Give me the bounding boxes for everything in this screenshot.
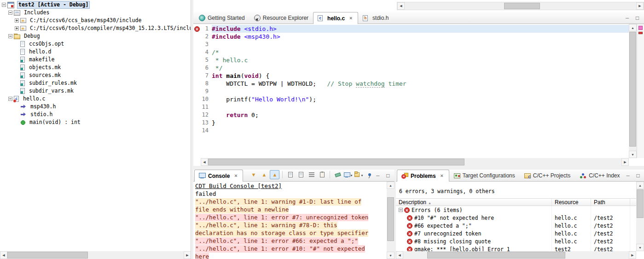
code-line-7[interactable]: 7int main(void) { — [193, 72, 629, 80]
close-tab-button[interactable] — [439, 173, 445, 179]
code-line-10[interactable]: 10 printf("Hello World!\n"); — [193, 95, 629, 103]
scrollbar-track[interactable] — [629, 31, 637, 151]
scrollbar-track[interactable] — [387, 189, 395, 252]
editor-tab-hello-c[interactable]: hello.c — [313, 12, 358, 24]
scrollbar-track[interactable] — [208, 158, 621, 166]
expander-plus-icon[interactable] — [15, 26, 19, 30]
scroll-down-button[interactable] — [629, 151, 637, 158]
tree-item-main-void-int[interactable]: main(void) : int — [0, 118, 191, 126]
editor-hscrollbar[interactable] — [201, 158, 629, 166]
problems-row[interactable]: gmake: *** [hello.obj] Error 1test2/test… — [396, 245, 636, 251]
tree-item-ccsobjs-opt[interactable]: ccsObjs.opt — [0, 40, 191, 48]
save-console-output-button[interactable] — [296, 170, 306, 179]
annotation-mark-icon[interactable] — [638, 26, 643, 30]
column-header-description[interactable]: Description — [396, 199, 552, 206]
scroll-right-button[interactable] — [629, 251, 636, 259]
problems-row[interactable]: #8 missing closing quotehello.c/test2 — [396, 237, 636, 245]
scroll-left-button[interactable] — [397, 2, 405, 10]
show-error-in-editor-button[interactable] — [270, 170, 279, 179]
problems-group-row[interactable]: Errors (6 items) — [396, 206, 636, 214]
scroll-left-button[interactable] — [201, 158, 208, 166]
code-line-9[interactable]: 9 — [193, 88, 629, 95]
problems-row[interactable]: #66 expected a ";"hello.c/test2 — [396, 222, 636, 230]
code-line-11[interactable]: 11 — [193, 103, 629, 111]
error-mark-icon[interactable] — [638, 32, 643, 34]
console-output[interactable]: CDT Build Console [test2] failed"../hell… — [193, 182, 395, 259]
problems-vscrollbar[interactable] — [636, 182, 644, 251]
previous-error-button[interactable] — [259, 170, 269, 179]
toolbar-overflow-scrollbar[interactable] — [397, 2, 644, 10]
tree-item-c-ti-ccsv6-ccs-base-msp430-include[interactable]: C:/ti/ccsv6/ccs_base/msp430/include — [0, 17, 191, 24]
tree-item-c-ti-ccsv6-tools-compiler-msp430-15-12-3-lts-include[interactable]: C:/ti/ccsv6/tools/compiler/msp430_15.12.… — [0, 24, 191, 32]
tree-item-hello-d[interactable]: hello.d — [0, 48, 191, 56]
clear-console-button[interactable] — [333, 170, 342, 179]
column-header-path[interactable]: Path — [591, 199, 630, 206]
editor-vscrollbar[interactable] — [629, 24, 637, 158]
code-line-12[interactable]: 12 return 0; — [193, 111, 629, 119]
code-line-5[interactable]: 5 * hello.c — [193, 56, 629, 64]
expander-minus-icon[interactable] — [8, 11, 12, 15]
scrollbar-thumb[interactable] — [208, 159, 464, 165]
scroll-right-button[interactable] — [636, 2, 644, 10]
tree-item-makefile[interactable]: makefile — [0, 56, 191, 64]
minimize-editor-button[interactable] — [624, 15, 631, 21]
word-wrap-button[interactable] — [307, 170, 316, 179]
problems-hscrollbar[interactable] — [396, 251, 636, 259]
view-tab-c-c-index[interactable]: C/C++ Index — [575, 170, 624, 181]
maximize-editor-button[interactable] — [634, 15, 641, 21]
tree-item-sources-mk[interactable]: sources.mk — [0, 71, 191, 79]
code-line-8[interactable]: 8 WDTCTL = WDTPW | WDTHOLD; // Stop watc… — [193, 80, 629, 88]
expander-minus-icon[interactable] — [2, 3, 6, 7]
tree-item-stdio-h[interactable]: stdio.h — [0, 111, 191, 118]
code-line-3[interactable]: 3 — [193, 41, 629, 48]
tree-item-debug[interactable]: Debug — [0, 32, 191, 40]
project-explorer-hscrollbar[interactable] — [0, 251, 191, 259]
editor-tab-resource-explorer[interactable]: Resource Explorer — [249, 12, 313, 24]
expander-minus-icon[interactable] — [8, 34, 12, 38]
export-build-log-button[interactable] — [285, 170, 295, 179]
scrollbar-track[interactable] — [7, 251, 184, 259]
open-console-button[interactable] — [354, 170, 364, 179]
editor-tab-getting-started[interactable]: Getting Started — [194, 12, 249, 24]
scrollbar-thumb[interactable] — [504, 3, 540, 9]
close-tab-button[interactable] — [348, 16, 354, 21]
code-line-13[interactable]: 13} — [193, 119, 629, 127]
code-lines[interactable]: 1#include <stdio.h>2#include <msp430.h>3… — [193, 24, 629, 158]
expander-minus-icon[interactable] — [8, 97, 12, 101]
tree-item-subdir-rules-mk[interactable]: subdir_rules.mk — [0, 79, 191, 87]
scrollbar-thumb[interactable] — [7, 252, 88, 259]
minimize-console-button[interactable] — [374, 173, 381, 179]
display-selected-console-button[interactable] — [343, 170, 353, 179]
scroll-down-button[interactable] — [636, 244, 644, 251]
console-vscrollbar[interactable] — [387, 182, 395, 259]
expander-plus-icon[interactable] — [15, 18, 19, 23]
pin-console-button[interactable] — [365, 170, 374, 179]
scroll-up-button[interactable] — [629, 24, 637, 31]
scrollbar-thumb[interactable] — [629, 32, 636, 147]
scrollbar-thumb[interactable] — [387, 197, 394, 241]
next-error-button[interactable] — [249, 170, 258, 179]
scroll-right-button[interactable] — [621, 158, 629, 166]
scrollbar-thumb[interactable] — [427, 252, 565, 259]
scroll-right-button[interactable] — [184, 251, 191, 259]
view-tab-problems[interactable]: Problems — [397, 170, 449, 182]
view-tab-c-c-projects[interactable]: C/C++ Projects — [520, 170, 575, 181]
minimize-problems-button[interactable] — [625, 173, 632, 179]
scroll-left-button[interactable] — [396, 251, 403, 259]
tree-item-subdir-vars-mk[interactable]: subdir_vars.mk — [0, 87, 191, 95]
tree-item-test2-active-debug[interactable]: test2 [Active - Debug] — [0, 1, 191, 9]
console-tab-console[interactable]: Console — [194, 170, 243, 182]
problems-row[interactable]: #10 "#" not expected herehello.c/test2 — [396, 214, 636, 222]
scroll-up-button[interactable] — [387, 182, 395, 189]
scrollbar-track[interactable] — [403, 251, 629, 259]
code-line-1[interactable]: 1#include <stdio.h> — [193, 25, 629, 33]
maximize-problems-button[interactable] — [635, 173, 642, 179]
code-line-2[interactable]: 2#include <msp430.h> — [193, 33, 629, 41]
tree-item-msp430-h[interactable]: msp430.h — [0, 103, 191, 111]
tree-item-includes[interactable]: Includes — [0, 9, 191, 17]
expander-minus-icon[interactable] — [399, 208, 403, 212]
scroll-left-button[interactable] — [0, 251, 7, 259]
column-header-resource[interactable]: Resource — [552, 199, 591, 206]
scroll-up-button[interactable] — [636, 182, 644, 189]
code-line-14[interactable]: 14 — [193, 127, 629, 135]
